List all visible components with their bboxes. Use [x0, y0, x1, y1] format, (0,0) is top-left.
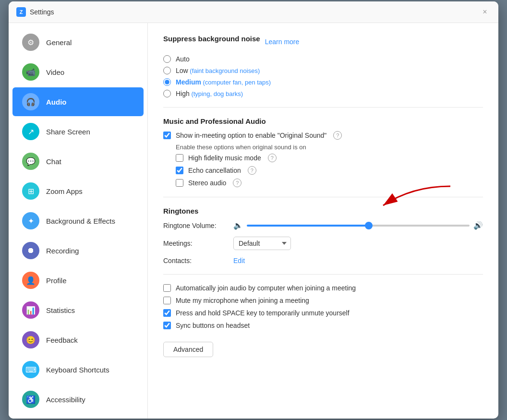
volume-high-icon: 🔊	[473, 221, 483, 230]
radio-auto[interactable]	[163, 55, 171, 63]
sidebar-icon-feedback: 😊	[22, 331, 39, 348]
settings-window: Z Settings × ⚙General📹Video🎧Audio↗Share …	[9, 1, 498, 419]
sidebar-label-chat: Chat	[46, 157, 61, 166]
music-audio-title: Music and Professional Audio	[163, 117, 483, 125]
sidebar-item-statistics[interactable]: 📊Statistics	[12, 296, 144, 324]
bottom-check-item-sync-headset: Sync buttons on headset	[163, 322, 483, 329]
main-panel-wrapper: Suppress background noise Learn more Aut…	[148, 23, 498, 419]
bottom-label-sync-headset: Sync buttons on headset	[176, 322, 250, 329]
radio-label-auto: Auto	[176, 55, 190, 63]
music-checkbox-stereo-audio[interactable]	[176, 179, 183, 187]
music-checkbox-echo-cancellation[interactable]	[176, 167, 183, 174]
sidebar-label-video: Video	[46, 68, 64, 76]
original-sound-options: Enable these options when original sound…	[176, 144, 483, 187]
bottom-checkbox-mute-microphone[interactable]	[163, 297, 171, 304]
volume-low-icon: 🔈	[233, 221, 243, 230]
sidebar-icon-video: 📹	[22, 63, 39, 81]
help-icon-stereo-audio[interactable]: ?	[233, 179, 241, 187]
show-original-sound-label: Show in-meeting option to enable "Origin…	[176, 132, 326, 139]
title-bar: Z Settings ×	[9, 1, 498, 23]
bottom-checkbox-sync-headset[interactable]	[163, 322, 171, 329]
contacts-edit-link[interactable]: Edit	[233, 257, 245, 264]
music-checkbox-high-fidelity[interactable]	[176, 154, 183, 162]
help-icon-high-fidelity[interactable]: ?	[268, 154, 277, 162]
suppress-noise-header: Suppress background noise Learn more	[163, 35, 483, 48]
bottom-label-press-space: Press and hold SPACE key to temporarily …	[176, 309, 350, 317]
sidebar-label-background-effects: Background & Effects	[46, 217, 115, 225]
show-original-sound-checkbox[interactable]	[163, 132, 171, 139]
ringtones-section: Ringtones Ringtone Volume: 🔈 🔊 Meetings:…	[163, 207, 483, 264]
radio-label-high: High (typing, dog barks)	[176, 90, 243, 97]
contacts-row: Contacts: Edit	[163, 257, 483, 264]
original-sound-help-icon[interactable]: ?	[333, 131, 342, 140]
radio-item-low: Low (faint background noises)	[163, 67, 483, 74]
suppress-noise-options: AutoLow (faint background noises)Medium …	[163, 55, 483, 97]
contacts-label: Contacts:	[163, 257, 226, 264]
radio-item-auto: Auto	[163, 55, 483, 63]
ringtones-title: Ringtones	[163, 207, 483, 215]
sidebar-label-audio: Audio	[46, 98, 67, 106]
sidebar-label-zoom-apps: Zoom Apps	[46, 187, 83, 195]
show-original-sound-item: Show in-meeting option to enable "Origin…	[163, 131, 483, 140]
meetings-row: Meetings: Default Classic Piano None	[163, 237, 483, 250]
bottom-label-mute-microphone: Mute my microphone when joining a meetin…	[176, 297, 309, 304]
sidebar-icon-accessibility: ♿	[22, 391, 39, 408]
radio-item-medium: Medium (computer fan, pen taps)	[163, 78, 483, 86]
radio-high[interactable]	[163, 90, 171, 97]
advanced-button[interactable]: Advanced	[163, 342, 213, 357]
close-button[interactable]: ×	[479, 6, 491, 18]
bottom-checkbox-auto-join-audio[interactable]	[163, 284, 171, 292]
music-audio-section: Music and Professional Audio Show in-mee…	[163, 117, 483, 187]
bottom-checkbox-press-space[interactable]	[163, 309, 171, 317]
divider-2	[163, 197, 483, 197]
meetings-label: Meetings:	[163, 240, 226, 247]
radio-medium[interactable]	[163, 78, 171, 86]
title-bar-left: Z Settings	[16, 7, 54, 17]
sidebar-icon-general: ⚙	[22, 34, 39, 51]
sidebar-label-recording: Recording	[46, 247, 79, 255]
sidebar-icon-background-effects: ✦	[22, 212, 39, 229]
music-option-item-stereo-audio: Stereo audio?	[176, 179, 483, 187]
bottom-checkboxes: Automatically join audio by computer whe…	[163, 284, 483, 329]
sidebar-item-audio[interactable]: 🎧Audio	[12, 87, 144, 116]
volume-row: Ringtone Volume: 🔈 🔊	[163, 221, 483, 230]
sidebar: ⚙General📹Video🎧Audio↗Share Screen💬Chat⊞Z…	[9, 23, 148, 419]
sidebar-label-statistics: Statistics	[46, 306, 75, 314]
divider-1	[163, 107, 483, 108]
music-option-item-echo-cancellation: Echo cancellation?	[176, 166, 483, 175]
sidebar-icon-profile: 👤	[22, 272, 39, 289]
volume-slider-container: 🔈 🔊	[233, 221, 483, 230]
window-title: Settings	[30, 8, 54, 16]
sidebar-icon-statistics: 📊	[22, 301, 39, 319]
radio-label-medium: Medium (computer fan, pen taps)	[176, 78, 271, 86]
learn-more-link[interactable]: Learn more	[265, 38, 300, 46]
radio-hint-high: (typing, dog barks)	[190, 90, 243, 97]
music-label-high-fidelity: High fidelity music mode	[188, 154, 261, 162]
sidebar-item-video[interactable]: 📹Video	[12, 58, 144, 86]
sidebar-icon-recording: ⏺	[22, 242, 39, 259]
bottom-check-item-auto-join-audio: Automatically join audio by computer whe…	[163, 284, 483, 292]
help-icon-echo-cancellation[interactable]: ?	[248, 166, 256, 175]
meetings-dropdown[interactable]: Default Classic Piano None	[233, 237, 291, 250]
sidebar-label-feedback: Feedback	[46, 336, 78, 344]
sidebar-item-zoom-apps[interactable]: ⊞Zoom Apps	[12, 177, 144, 205]
radio-low[interactable]	[163, 67, 171, 74]
sidebar-item-accessibility[interactable]: ♿Accessibility	[12, 385, 144, 414]
bottom-check-item-press-space: Press and hold SPACE key to temporarily …	[163, 309, 483, 317]
music-option-item-high-fidelity: High fidelity music mode?	[176, 154, 483, 162]
sidebar-item-background-effects[interactable]: ✦Background & Effects	[12, 206, 144, 235]
volume-slider[interactable]	[247, 225, 470, 227]
suppress-noise-title: Suppress background noise	[163, 35, 260, 43]
sidebar-item-recording[interactable]: ⏺Recording	[12, 236, 144, 265]
sidebar-label-general: General	[46, 38, 72, 47]
music-label-stereo-audio: Stereo audio	[188, 179, 226, 187]
radio-hint-low: (faint background noises)	[188, 67, 260, 74]
sidebar-item-share-screen[interactable]: ↗Share Screen	[12, 117, 144, 146]
sidebar-item-feedback[interactable]: 😊Feedback	[12, 325, 144, 354]
sidebar-label-keyboard-shortcuts: Keyboard Shortcuts	[46, 366, 109, 374]
divider-3	[163, 274, 483, 275]
sidebar-item-profile[interactable]: 👤Profile	[12, 266, 144, 295]
sidebar-item-chat[interactable]: 💬Chat	[12, 147, 144, 176]
sidebar-item-keyboard-shortcuts[interactable]: ⌨Keyboard Shortcuts	[12, 355, 144, 384]
sidebar-item-general[interactable]: ⚙General	[12, 28, 144, 57]
